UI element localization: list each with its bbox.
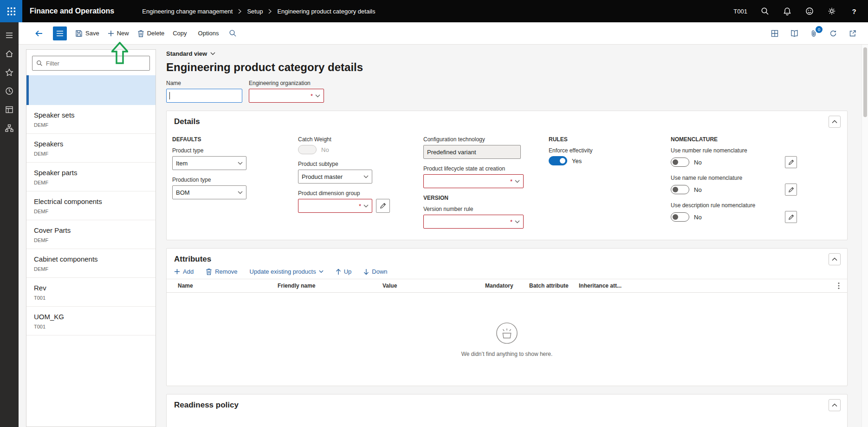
breadcrumb-item-module[interactable]: Engineering change management: [142, 8, 233, 15]
details-section-header[interactable]: Details: [167, 111, 847, 132]
favorites-star-icon[interactable]: [0, 63, 19, 82]
edit-pencil-icon[interactable]: [785, 184, 797, 196]
feedback-smiley-icon[interactable]: [800, 0, 819, 22]
category-org: DEMF: [34, 209, 148, 214]
notifications-bell-icon[interactable]: [778, 0, 797, 22]
engineering-organization-combo[interactable]: *: [249, 89, 324, 103]
product-type-dropdown[interactable]: Item: [172, 156, 246, 170]
environment-label[interactable]: T001: [733, 8, 747, 15]
version-number-rule-dropdown[interactable]: *: [423, 215, 524, 229]
category-org: T001: [34, 295, 148, 301]
move-up-button[interactable]: Up: [336, 268, 352, 275]
filter-input[interactable]: [46, 60, 146, 67]
command-bar: Save New Delete Copy Options 0: [19, 22, 868, 45]
home-icon[interactable]: [0, 45, 19, 63]
recent-clock-icon[interactable]: [0, 82, 19, 100]
column-header-mandatory[interactable]: Mandatory: [485, 282, 529, 289]
edit-pencil-icon[interactable]: [376, 199, 390, 213]
column-header-inheritance[interactable]: Inheritance att...: [579, 282, 833, 289]
chevron-down-icon: [363, 204, 369, 208]
update-existing-products-button[interactable]: Update existing products: [250, 268, 324, 275]
category-org: T001: [34, 324, 148, 329]
category-list-item[interactable]: Cabinet components DEMF: [26, 249, 155, 278]
chevron-right-icon: [238, 9, 241, 14]
product-dimension-group-dropdown[interactable]: *: [298, 199, 372, 213]
app-launcher-button[interactable]: [0, 0, 22, 22]
attributes-section-header[interactable]: Attributes: [167, 249, 847, 270]
edit-pencil-icon[interactable]: [785, 156, 797, 168]
empty-box-icon: [495, 322, 518, 345]
menu-icon[interactable]: [0, 26, 19, 45]
category-list-item[interactable]: Speaker sets DEMF: [26, 105, 155, 134]
production-type-field: Production type BOM: [172, 177, 298, 199]
scrollbar-thumb[interactable]: [863, 47, 867, 117]
category-list-item[interactable]: Electrical components DEMF: [26, 191, 155, 220]
grid-options-dots-icon[interactable]: [833, 280, 844, 291]
options-tab[interactable]: Options: [198, 30, 219, 37]
column-header-batch-attribute[interactable]: Batch attribute: [529, 282, 579, 289]
required-asterisk: *: [311, 92, 313, 99]
collapse-attributes-chevron-icon[interactable]: [829, 253, 841, 265]
catch-weight-toggle: [298, 145, 317, 154]
attributes-section: Attributes Add Remove Update existing pr…: [166, 248, 848, 386]
help-icon[interactable]: ?: [845, 0, 863, 22]
search-icon[interactable]: [756, 0, 774, 22]
category-list-item[interactable]: Rev T001: [26, 278, 155, 307]
breadcrumb-item-page[interactable]: Engineering product category details: [277, 8, 375, 15]
category-name: Speaker parts: [34, 169, 148, 177]
save-button[interactable]: Save: [75, 26, 99, 41]
move-down-button[interactable]: Down: [363, 268, 387, 275]
description-rule-nomenclature-toggle[interactable]: [671, 212, 689, 222]
hamburger-icon: [56, 30, 64, 37]
attributes-grid-header: Name Friendly name Value Mandatory Batch…: [167, 279, 847, 293]
modules-hierarchy-icon[interactable]: [0, 119, 19, 138]
lifecycle-state-dropdown[interactable]: *: [423, 174, 524, 188]
column-header-value[interactable]: Value: [382, 282, 485, 289]
workspaces-icon[interactable]: [0, 100, 19, 119]
collapse-details-chevron-icon[interactable]: [829, 116, 841, 128]
settings-gear-icon[interactable]: [823, 0, 841, 22]
refresh-icon[interactable]: [826, 26, 840, 40]
main-content: Standard view Engineering product catego…: [156, 45, 862, 427]
copy-button[interactable]: Copy: [173, 26, 187, 41]
app-title[interactable]: Finance and Operations: [30, 7, 114, 15]
attachments-paperclip-icon[interactable]: 0: [807, 26, 821, 40]
product-subtype-dropdown[interactable]: Product master: [298, 170, 372, 184]
number-rule-nomenclature-toggle[interactable]: [671, 158, 689, 167]
open-in-office-icon[interactable]: [768, 26, 782, 40]
readiness-policy-header[interactable]: Readiness policy: [167, 394, 847, 416]
back-button[interactable]: [33, 26, 45, 41]
form-navigation-menu-button[interactable]: [53, 26, 67, 40]
name-rule-nomenclature-toggle[interactable]: [671, 185, 689, 194]
delete-button[interactable]: Delete: [137, 26, 165, 41]
details-column-defaults: DEFAULTS Product type Item Production ty…: [172, 132, 298, 206]
name-input[interactable]: [166, 89, 242, 103]
category-list-item[interactable]: UOM_KG T001: [26, 307, 155, 335]
breadcrumb-item-setup[interactable]: Setup: [247, 8, 263, 15]
enforce-effectivity-toggle[interactable]: [549, 156, 567, 165]
required-asterisk: *: [359, 203, 361, 210]
new-button[interactable]: New: [108, 26, 129, 41]
organization-field-label: Engineering organization: [249, 80, 324, 86]
breadcrumb: Engineering change management Setup Engi…: [142, 8, 375, 15]
category-list-item[interactable]: Cover Parts DEMF: [26, 220, 155, 249]
organization-field-group: Engineering organization *: [249, 80, 324, 103]
required-asterisk: *: [510, 218, 512, 225]
column-header-name[interactable]: Name: [178, 282, 278, 289]
remove-attribute-button[interactable]: Remove: [206, 268, 237, 275]
view-selector[interactable]: Standard view: [166, 50, 215, 57]
command-search-icon[interactable]: [227, 26, 238, 41]
column-header-friendly-name[interactable]: Friendly name: [278, 282, 382, 289]
add-attribute-button[interactable]: Add: [174, 268, 194, 275]
category-list-item[interactable]: Speaker parts DEMF: [26, 163, 155, 191]
lifecycle-state-field: Product lifecycle state at creation *: [423, 165, 549, 188]
edit-pencil-icon[interactable]: [785, 211, 797, 223]
arrow-down-icon: [363, 269, 369, 275]
collapse-readiness-chevron-icon[interactable]: [829, 399, 841, 411]
task-guide-book-icon[interactable]: [787, 26, 801, 40]
category-list-item-selected-new[interactable]: [26, 75, 155, 105]
production-type-dropdown[interactable]: BOM: [172, 185, 246, 199]
category-list-item[interactable]: Speakers DEMF: [26, 134, 155, 163]
open-in-new-window-icon[interactable]: [846, 26, 860, 40]
vertical-scrollbar[interactable]: [862, 45, 868, 427]
